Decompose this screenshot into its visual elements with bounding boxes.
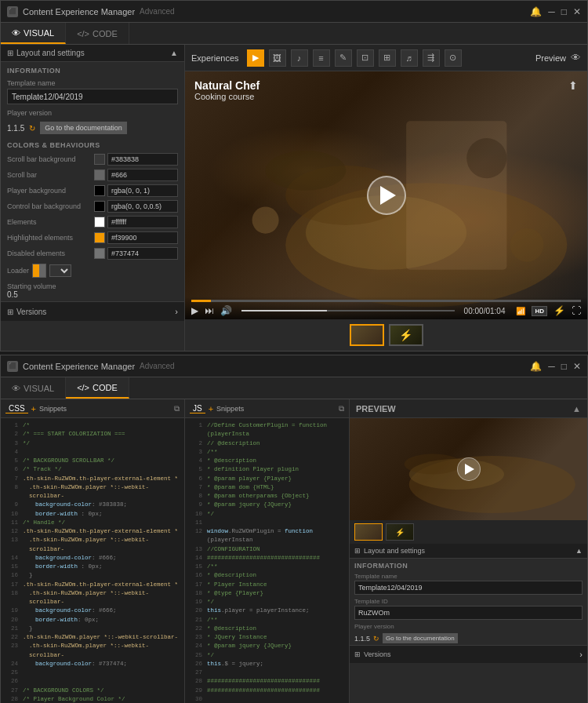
minimize-icon[interactable]: ─ bbox=[548, 6, 555, 17]
tab-code[interactable]: </> CODE bbox=[66, 23, 129, 44]
js-copy-icon[interactable]: ⧉ bbox=[339, 404, 344, 413]
loader-label: Loader bbox=[7, 267, 29, 275]
disabled-swatch[interactable] bbox=[94, 248, 105, 259]
css-editor[interactable]: 1/* 2 /* === START COLORIZATION === 3*/ … bbox=[1, 418, 184, 703]
css-add-icon[interactable]: + bbox=[31, 404, 36, 413]
player-version-label: Player version bbox=[7, 109, 178, 117]
versions-bar[interactable]: ⊞ Versions › bbox=[1, 301, 184, 321]
fullscreen-icon[interactable]: ⛶ bbox=[572, 305, 581, 316]
code-line: 20border-width: 0px; bbox=[1, 616, 184, 625]
exp-icon-audio2[interactable]: ♬ bbox=[401, 49, 418, 67]
player-bg-swatch[interactable] bbox=[94, 185, 105, 196]
css-pane-header: CSS + Snippets ⧉ bbox=[1, 399, 184, 418]
skip-icon[interactable]: ⏭ bbox=[205, 305, 214, 316]
progress-bar[interactable] bbox=[191, 300, 581, 302]
upload-icon[interactable]: ⬆ bbox=[568, 79, 578, 92]
thumb-img-2: ⚡ bbox=[390, 326, 422, 344]
exp-icon-embed[interactable]: ⊡ bbox=[357, 49, 374, 67]
elements-value[interactable] bbox=[107, 216, 178, 228]
preview-eye-icon[interactable]: 👁 bbox=[571, 52, 581, 64]
refresh-icon[interactable]: ↻ bbox=[29, 124, 35, 133]
exp-icon-edit[interactable]: ✎ bbox=[335, 49, 352, 67]
loader-swatch[interactable] bbox=[32, 264, 46, 278]
js-code-line: 14################################ bbox=[185, 554, 349, 563]
highlighted-swatch[interactable] bbox=[94, 232, 105, 243]
js-editor[interactable]: 1//Define CustomerPlugin = function (pla… bbox=[185, 418, 349, 703]
control-bg-swatch[interactable] bbox=[94, 201, 105, 212]
bottom-close-icon[interactable]: ✕ bbox=[573, 361, 581, 372]
prev-refresh-icon[interactable]: ↻ bbox=[373, 635, 379, 643]
exp-icon-cast[interactable]: ⇶ bbox=[423, 49, 440, 67]
thumb-2[interactable]: ⚡ bbox=[389, 324, 423, 346]
bottom-tab-code[interactable]: </> CODE bbox=[66, 377, 129, 399]
scrollbar-bg-swatch[interactable] bbox=[94, 154, 105, 165]
css-tab[interactable]: CSS bbox=[5, 404, 28, 413]
tab-visual[interactable]: 👁 VISUAL bbox=[1, 23, 66, 44]
js-code-line: 19*/ bbox=[185, 598, 349, 606]
js-code-line: 28################################ bbox=[185, 677, 349, 686]
prev-versions-bar[interactable]: ⊞ Versions › bbox=[350, 645, 587, 663]
volume-bar[interactable] bbox=[241, 310, 455, 311]
code-line: 19background-color: #666; bbox=[1, 606, 184, 615]
prev-template-id-input[interactable] bbox=[354, 606, 583, 620]
js-code-line: 26this.$ = jquery; bbox=[185, 660, 349, 668]
exp-icon-360[interactable]: ⊙ bbox=[445, 49, 462, 67]
bottom-tab-bar: 👁 VISUAL </> CODE bbox=[1, 377, 587, 399]
volume-fill bbox=[241, 310, 327, 311]
bottom-minimize-icon[interactable]: ─ bbox=[548, 361, 555, 372]
scrollbar-bg-swatch-input bbox=[94, 153, 178, 166]
control-bg-value[interactable] bbox=[107, 200, 178, 213]
player-version-value: 1.1.5 bbox=[7, 124, 24, 133]
thumb-1[interactable] bbox=[350, 324, 384, 346]
maximize-icon[interactable]: □ bbox=[561, 6, 567, 17]
player-bg-value[interactable] bbox=[107, 184, 178, 197]
play-ctrl-icon[interactable]: ▶ bbox=[191, 305, 198, 316]
lightning-icon[interactable]: ⚡ bbox=[554, 305, 565, 316]
prev-doc-button[interactable]: Go to the documentation bbox=[383, 633, 458, 643]
hd-badge: HD bbox=[532, 306, 547, 316]
css-pane: CSS + Snippets ⧉ 1/* 2 /* === START COLO… bbox=[1, 399, 185, 703]
scrollbar-bg-value[interactable] bbox=[107, 153, 178, 166]
exp-icon-gallery[interactable]: ⊞ bbox=[379, 49, 396, 67]
doc-button[interactable]: Go to the documentation bbox=[40, 122, 127, 134]
prev-thumb-1[interactable] bbox=[354, 523, 383, 541]
js-add-icon[interactable]: + bbox=[209, 404, 213, 413]
code-line: 15border-width : 0px; bbox=[1, 563, 184, 571]
player-version-row: Player version bbox=[1, 107, 184, 119]
bell-icon[interactable]: 🔔 bbox=[530, 6, 542, 17]
prev-player-version-value: 1.1.5 bbox=[354, 635, 370, 643]
scrollbar-value[interactable] bbox=[107, 169, 178, 181]
layout-settings-header[interactable]: ⊞ Layout and settings ▲ bbox=[1, 45, 184, 62]
code-line: 14background-color: #666; bbox=[1, 554, 184, 563]
volume-icon[interactable]: 🔊 bbox=[220, 305, 232, 316]
js-tab[interactable]: JS bbox=[190, 404, 205, 413]
exp-icon-text[interactable]: ≡ bbox=[313, 49, 330, 67]
bottom-tab-visual[interactable]: 👁 VISUAL bbox=[1, 377, 66, 399]
code-line: 10border-width : 0px; bbox=[1, 510, 184, 519]
video-area: Natural Chef Cooking course ⬆ ▶ ⏭ 🔊 bbox=[185, 71, 587, 319]
elements-swatch[interactable] bbox=[94, 217, 105, 228]
js-pane-header: JS + Snippets ⧉ bbox=[185, 399, 349, 418]
bottom-maximize-icon[interactable]: □ bbox=[561, 361, 567, 372]
css-copy-icon[interactable]: ⧉ bbox=[174, 404, 180, 413]
prev-layout-label: Layout and settings bbox=[364, 547, 425, 555]
bottom-bell-icon[interactable]: 🔔 bbox=[530, 361, 542, 372]
prev-thumb-2[interactable]: ⚡ bbox=[386, 523, 414, 541]
loader-dropdown[interactable] bbox=[49, 264, 71, 277]
prev-template-name-input[interactable] bbox=[354, 581, 583, 595]
exp-icon-image[interactable]: 🖼 bbox=[269, 49, 286, 67]
exp-icon-film[interactable]: ▶ bbox=[247, 49, 264, 67]
preview-collapse-icon[interactable]: ▲ bbox=[572, 404, 581, 413]
prev-layout-header[interactable]: ⊞ Layout and settings ▲ bbox=[350, 544, 587, 559]
js-code-line: 13//CONFIGURATION bbox=[185, 545, 349, 554]
highlighted-value[interactable] bbox=[107, 231, 178, 244]
close-icon[interactable]: ✕ bbox=[573, 6, 581, 17]
play-button[interactable] bbox=[367, 176, 406, 215]
code-line: 12.th-skin-RuZWOm.th-player-external-ele… bbox=[1, 527, 184, 536]
exp-icon-audio[interactable]: ♪ bbox=[291, 49, 308, 67]
preview-play-button[interactable] bbox=[457, 457, 481, 481]
template-name-input[interactable] bbox=[7, 89, 178, 104]
bottom-eye-icon-tab: 👁 bbox=[12, 384, 20, 393]
disabled-value[interactable] bbox=[107, 247, 178, 260]
scrollbar-swatch[interactable] bbox=[94, 169, 105, 180]
